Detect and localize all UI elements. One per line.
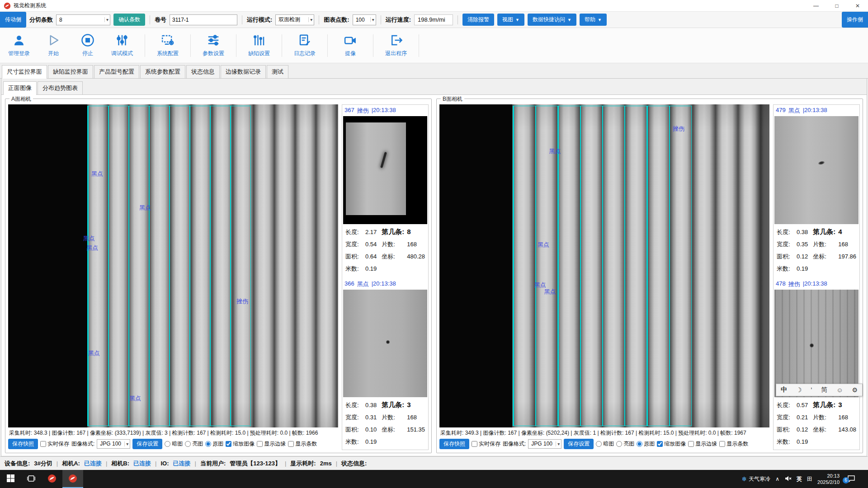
realtime-save-checkbox[interactable]: 实时保存	[40, 440, 69, 448]
run-mode-select[interactable]: 双面检测 ▾	[275, 14, 314, 25]
tab-front-image[interactable]: 正面图像	[3, 81, 37, 95]
maximize-button[interactable]: □	[826, 0, 847, 11]
chevron-down-icon: ▾	[370, 17, 374, 22]
stat-label: 宽度:	[777, 240, 796, 249]
tab-distribution-trend-chart[interactable]: 分布趋势图表	[38, 81, 83, 94]
data-quick-access-menu-button[interactable]: 数据快捷访问 ▼	[528, 14, 576, 26]
save-settings-button[interactable]: 保存设置	[564, 439, 594, 449]
view-menu-button[interactable]: 视图 ▼	[497, 14, 524, 26]
ime-chinese-mode-button[interactable]: 中	[781, 386, 787, 394]
icon-label: 管理登录	[8, 50, 30, 57]
save-snapshot-button[interactable]: 保存快照	[439, 439, 469, 449]
ime-emoji-icon[interactable]: ☺	[836, 386, 843, 394]
tab-system-params-config[interactable]: 系统参数配置	[140, 65, 185, 78]
defect-thumbnail[interactable]	[343, 290, 427, 398]
stat-value: 0.54	[365, 241, 381, 248]
defect-card[interactable]: 479 黑点 |20:13:38 长度:0.38 第几条:4 宽度:0.35 片…	[774, 106, 859, 276]
stop-button[interactable]: 停止	[76, 33, 99, 57]
taskbar-clock[interactable]: 20:13 2025/2/10	[817, 473, 840, 486]
toolbar-separator	[150, 15, 150, 24]
defect-card[interactable]: 367 挫伤 |20:13:38 长度:2.17 第几条:8 宽度:0.54 片…	[343, 106, 427, 276]
tab-edge-data-record[interactable]: 边缘数据记录	[221, 65, 266, 78]
clear-alarm-button[interactable]: 清除报警	[462, 14, 494, 26]
ime-punctuation-icon[interactable]: ’	[811, 386, 812, 394]
toolbar-separator	[419, 34, 419, 57]
ime-fullwidth-icon[interactable]: ☽	[796, 386, 802, 394]
defect-card[interactable]: 366 黑点 |20:13:38 长度:0.38 第几条:3 宽度:0.31 片…	[343, 279, 427, 449]
bright-image-radio[interactable]: 亮图	[616, 440, 634, 448]
statusbar-separator: |	[57, 460, 58, 467]
taskbar-app-button-active[interactable]	[62, 470, 83, 488]
realtime-save-checkbox[interactable]: 实时保存	[472, 440, 500, 448]
image-format-select[interactable]: JPG 100▾	[528, 439, 561, 449]
tab-size-monitor[interactable]: 尺寸监控界面	[2, 65, 47, 79]
stat-value: 0.19	[797, 265, 812, 272]
drive-side-button[interactable]: 传动侧	[0, 12, 26, 28]
bright-image-radio[interactable]: 亮图	[185, 440, 203, 448]
zoom-image-checkbox[interactable]: 缩放图像	[657, 440, 686, 448]
ime-language-indicator[interactable]: 英	[797, 475, 802, 483]
save-settings-button[interactable]: 保存设置	[132, 439, 162, 449]
camera-a-strip-lines	[87, 106, 250, 426]
camera-a-image[interactable]: 黑点黑点黑点黑点挫伤黑点黑点	[8, 104, 338, 427]
minimize-button[interactable]: —	[806, 0, 826, 11]
save-snapshot-button[interactable]: 保存快照	[8, 439, 38, 449]
defect-thumbnail[interactable]	[774, 116, 859, 224]
admin-login-button[interactable]: 管理登录	[7, 33, 31, 57]
close-button[interactable]: ✕	[847, 0, 868, 11]
icon-label: 日志记录	[294, 50, 316, 57]
show-count-checkbox[interactable]: 显示条数	[288, 440, 317, 448]
tab-defect-monitor[interactable]: 缺陷监控界面	[48, 65, 93, 78]
show-edge-checkbox[interactable]: 显示边缘	[688, 440, 717, 448]
original-image-radio[interactable]: 原图	[637, 440, 655, 448]
task-view-button[interactable]	[21, 470, 42, 488]
debug-mode-button[interactable]: 调试模式	[110, 33, 134, 57]
volume-muted-icon[interactable]	[784, 475, 792, 483]
roll-number-input[interactable]	[170, 14, 237, 25]
ime-grid-icon[interactable]: 田	[807, 475, 812, 483]
defect-type: 黑点	[357, 280, 369, 288]
ime-simplified-button[interactable]: 简	[821, 386, 827, 394]
checkbox-label: 显示边缘	[264, 440, 286, 448]
zoom-image-checkbox[interactable]: 缩放图像	[226, 440, 255, 448]
system-config-button[interactable]: 系统配置	[156, 33, 179, 57]
help-menu-button[interactable]: 帮助 ▼	[580, 14, 607, 26]
chart-points-select[interactable]: 100 ▾	[353, 14, 376, 25]
camera-b-image[interactable]: 挫伤黑点黑点黑点黑点	[439, 104, 769, 427]
stat-label: 坐标:	[382, 253, 406, 261]
defect-stats: 长度:0.38 第几条:4 宽度:0.35 片数:168 面积:0.12 坐标:…	[774, 224, 859, 276]
capture-image-button[interactable]: 提像	[339, 33, 362, 57]
defect-settings-button[interactable]: 缺陷设置	[247, 33, 271, 57]
stat-label: 长度:	[777, 401, 796, 409]
defect-thumbnail[interactable]	[343, 116, 427, 224]
log-record-button[interactable]: 日志记录	[293, 33, 316, 57]
params-settings-button[interactable]: 参数设置	[202, 33, 225, 57]
tab-product-model-config[interactable]: 产品型号配置	[94, 65, 139, 78]
stat-value: 3	[407, 401, 425, 408]
notification-center-button[interactable]: 6	[844, 474, 858, 484]
confirm-count-button[interactable]: 确认条数	[113, 14, 145, 26]
image-format-select[interactable]: JPG 100▾	[97, 439, 130, 449]
operator-side-button[interactable]: 操作侧	[842, 12, 868, 28]
ime-settings-gear-icon[interactable]: ⚙	[852, 386, 858, 394]
dark-image-radio[interactable]: 暗图	[165, 440, 183, 448]
slit-count-select[interactable]: 8 ▾	[56, 14, 110, 25]
defect-card[interactable]: 478 挫伤 |20:13:38 长度:0.57 第几条:3 宽度:0.21 片…	[774, 279, 859, 449]
dark-image-radio[interactable]: 暗图	[596, 440, 614, 448]
toolbar-separator	[373, 34, 373, 57]
toolbar-separator	[145, 34, 145, 57]
start-button[interactable]	[0, 470, 21, 488]
show-count-checkbox[interactable]: 显示条数	[719, 440, 748, 448]
weather-widget[interactable]: ❄ 天气寒冷	[742, 475, 771, 483]
original-image-radio[interactable]: 原图	[205, 440, 223, 448]
show-edge-checkbox[interactable]: 显示边缘	[257, 440, 286, 448]
app-logo-icon	[47, 474, 57, 484]
start-button[interactable]: 开始	[42, 33, 65, 57]
defect-thumbnail[interactable]	[774, 290, 859, 398]
exit-program-button[interactable]: 退出程序	[384, 33, 408, 57]
tab-status-info[interactable]: 状态信息	[186, 65, 220, 78]
taskbar-app-button[interactable]	[42, 470, 62, 488]
image-format-value: JPG 100	[531, 441, 553, 447]
tray-expand-chevron-icon[interactable]: ∧	[775, 476, 779, 482]
tab-test[interactable]: 测试	[267, 65, 288, 78]
